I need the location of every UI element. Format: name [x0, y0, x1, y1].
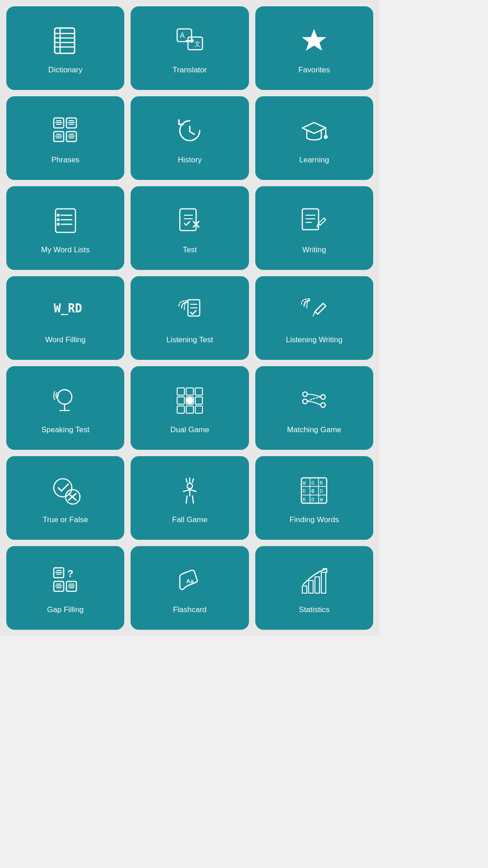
statistics-label: Statistics [299, 605, 329, 615]
svg-point-54 [321, 395, 325, 399]
svg-text:O: O [311, 480, 314, 486]
svg-point-55 [321, 403, 325, 407]
svg-text:R: R [320, 480, 323, 486]
svg-point-23 [57, 214, 59, 216]
main-grid: DictionaryA文TranslatorFavoritesPhrasesHi… [0, 0, 380, 636]
fall-game-label: Fall Game [172, 515, 207, 525]
svg-line-66 [190, 490, 196, 491]
svg-text:O: O [311, 497, 314, 503]
writing-icon [296, 203, 332, 239]
tile-learning[interactable]: Learning [255, 96, 373, 180]
translator-icon: A文 [172, 23, 208, 59]
svg-rect-49 [186, 406, 193, 413]
svg-text:W_RD: W_RD [54, 302, 82, 315]
svg-line-16 [190, 132, 194, 134]
tile-listening-test[interactable]: Listening Test [131, 276, 249, 360]
tile-statistics[interactable]: Statistics [255, 546, 373, 630]
tile-true-or-false[interactable]: True or False [6, 456, 124, 540]
svg-text:W: W [320, 497, 323, 503]
svg-text:Aa: Aa [186, 578, 194, 585]
svg-rect-89 [321, 572, 326, 593]
tile-word-filling[interactable]: W_RDWord Filling [6, 276, 124, 360]
listening-writing-icon [296, 292, 332, 329]
svg-point-39 [57, 390, 72, 404]
svg-rect-42 [177, 388, 184, 395]
tile-speaking-test[interactable]: Speaking Test [6, 366, 124, 450]
learning-label: Learning [299, 155, 329, 165]
svg-point-24 [57, 219, 59, 221]
gap-filling-label: Gap Filling [47, 605, 84, 615]
svg-rect-0 [55, 28, 75, 53]
finding-words-icon: WORDODROW [296, 472, 332, 509]
svg-text:D: D [320, 488, 323, 494]
tile-favorites[interactable]: Favorites [255, 6, 373, 90]
tile-gap-filling[interactable]: ?Gap Filling [6, 546, 124, 630]
true-or-false-label: True or False [42, 515, 88, 525]
my-word-lists-icon [47, 203, 84, 239]
my-word-lists-label: My Word Lists [41, 245, 89, 255]
svg-point-18 [324, 136, 327, 138]
favorites-label: Favorites [298, 65, 330, 75]
svg-rect-47 [195, 397, 202, 404]
svg-rect-50 [195, 406, 202, 413]
learning-icon [296, 113, 332, 149]
svg-point-51 [187, 398, 192, 403]
svg-line-61 [186, 479, 187, 482]
phrases-label: Phrases [51, 155, 79, 165]
svg-point-25 [57, 223, 59, 225]
svg-text:?: ? [67, 568, 73, 579]
history-icon [172, 113, 208, 149]
svg-rect-45 [177, 397, 184, 404]
svg-rect-43 [186, 388, 193, 395]
tile-history[interactable]: History [131, 96, 249, 180]
listening-writing-label: Listening Writing [286, 335, 343, 345]
svg-rect-86 [302, 586, 307, 593]
svg-text:D: D [303, 488, 306, 494]
statistics-icon [296, 562, 332, 599]
word-filling-icon: W_RD [47, 292, 84, 329]
matching-game-label: Matching Game [287, 425, 341, 435]
favorites-icon [296, 23, 332, 59]
listening-test-label: Listening Test [166, 335, 213, 345]
dual-game-label: Dual Game [170, 425, 209, 435]
svg-rect-48 [177, 406, 184, 413]
svg-text:W: W [303, 480, 306, 486]
dictionary-icon [47, 23, 84, 59]
svg-rect-87 [309, 580, 313, 593]
tile-my-word-lists[interactable]: My Word Lists [6, 186, 124, 270]
tile-flashcard[interactable]: AaFlashcard [131, 546, 249, 630]
tile-dictionary[interactable]: Dictionary [6, 6, 124, 90]
finding-words-label: Finding Words [290, 515, 339, 525]
test-label: Test [183, 245, 197, 255]
tile-matching-game[interactable]: Matching Game [255, 366, 373, 450]
speaking-test-icon [47, 382, 84, 419]
tile-test[interactable]: Test [131, 186, 249, 270]
tile-finding-words[interactable]: WORDODROWFinding Words [255, 456, 373, 540]
svg-rect-88 [315, 577, 319, 593]
flashcard-label: Flashcard [173, 605, 207, 615]
matching-game-icon [296, 382, 332, 419]
tile-fall-game[interactable]: Fall Game [131, 456, 249, 540]
svg-text:O: O [311, 488, 314, 494]
flashcard-icon: Aa [172, 562, 208, 599]
svg-line-62 [192, 479, 193, 482]
history-label: History [178, 155, 202, 165]
tile-translator[interactable]: A文Translator [131, 6, 249, 90]
svg-line-38 [313, 311, 315, 316]
test-icon [172, 203, 208, 239]
svg-line-65 [183, 490, 190, 491]
tile-writing[interactable]: Writing [255, 186, 373, 270]
svg-text:R: R [303, 497, 306, 503]
translator-label: Translator [173, 65, 207, 75]
writing-label: Writing [302, 245, 326, 255]
tile-dual-game[interactable]: Dual Game [131, 366, 249, 450]
tile-listening-writing[interactable]: Listening Writing [255, 276, 373, 360]
phrases-icon [47, 113, 84, 149]
svg-text:文: 文 [194, 40, 201, 47]
tile-phrases[interactable]: Phrases [6, 96, 124, 180]
svg-point-63 [187, 483, 192, 489]
dual-game-icon [172, 382, 208, 419]
fall-game-icon [172, 472, 208, 509]
svg-point-53 [303, 399, 307, 404]
svg-rect-44 [195, 388, 202, 395]
